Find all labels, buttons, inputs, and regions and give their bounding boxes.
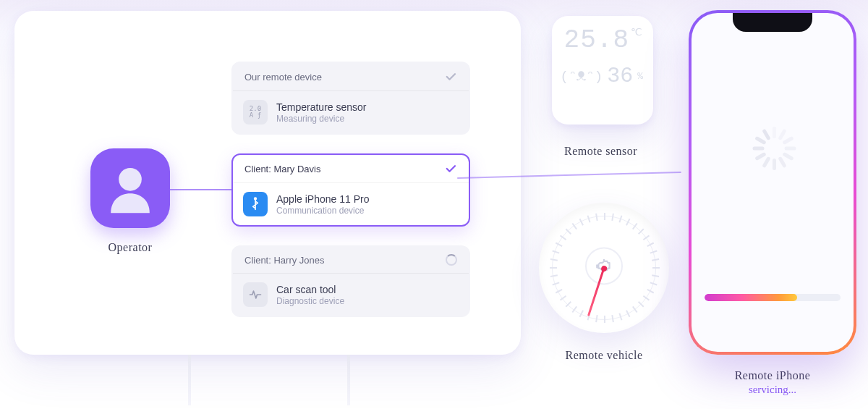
check-icon: [444, 162, 457, 175]
connector-operator-to-card: [170, 189, 231, 190]
card-header-text: Client: Mary Davis: [244, 164, 320, 174]
device-text: Temperature sensor Measuring device: [276, 101, 367, 124]
face-icon: (ᵔᴥᵔ): [560, 67, 603, 85]
humidity-unit: %: [637, 71, 643, 82]
thermometer-icon: 2.0A ƒ: [243, 100, 268, 125]
device-text: Apple iPhone 11 Pro Communication device: [276, 193, 369, 216]
svg-point-0: [119, 168, 142, 191]
device-text: Car scan tool Diagnostic device: [276, 284, 344, 306]
progress-fill: [705, 294, 797, 301]
ecg-icon: [243, 282, 268, 307]
device-title: Apple iPhone 11 Pro: [276, 193, 369, 205]
card-body: Car scan tool Diagnostic device: [233, 274, 469, 316]
remote-iphone-block: Remote iPhone servicing...: [689, 10, 856, 396]
device-card-iphone[interactable]: Client: Mary Davis Apple iPhone 11 Pro C…: [231, 153, 470, 227]
vehicle-gauge: [539, 203, 669, 333]
card-body: 2.0A ƒ Temperature sensor Measuring devi…: [233, 91, 469, 133]
svg-point-1: [255, 198, 257, 200]
device-subtitle: Measuring device: [276, 114, 367, 124]
operator-label: Operator: [109, 241, 153, 254]
device-subtitle: Communication device: [276, 206, 369, 216]
iphone-frame: [689, 10, 856, 355]
iphone-screen: [692, 13, 854, 352]
panel-stand-leg: [188, 355, 191, 405]
device-title: Car scan tool: [276, 284, 344, 295]
device-subtitle: Diagnostic device: [276, 296, 344, 306]
operator-panel: Operator Our remote device 2.0A ƒ Temper…: [14, 11, 521, 355]
remote-vehicle-block: Remote vehicle: [539, 203, 669, 362]
device-title: Temperature sensor: [276, 101, 367, 113]
card-header: Client: Mary Davis: [233, 155, 469, 183]
device-card-list: Our remote device 2.0A ƒ Temperature sen…: [231, 62, 470, 336]
temperature-value: 25.8: [564, 25, 629, 55]
loading-spinner-icon: [446, 254, 457, 266]
card-header: Client: Harry Jones: [233, 247, 469, 274]
card-header-text: Our remote device: [244, 72, 322, 83]
device-card-remote-sensor[interactable]: Our remote device 2.0A ƒ Temperature sen…: [231, 62, 470, 135]
progress-bar: [705, 294, 841, 301]
usb-icon: [243, 192, 268, 216]
remote-vehicle-label: Remote vehicle: [539, 349, 669, 362]
operator-avatar: [90, 148, 170, 228]
operator-block: Operator: [90, 148, 170, 254]
iphone-status-text: servicing...: [689, 384, 856, 396]
iphone-notch: [733, 13, 812, 32]
humidity-value: 36: [607, 64, 633, 88]
remote-sensor-device: 25.8℃ (ᵔᴥᵔ) 36%: [552, 16, 653, 125]
card-header: Our remote device: [233, 63, 469, 91]
person-icon: [102, 160, 158, 216]
temperature-readout: 25.8℃: [562, 28, 643, 54]
remote-sensor-label: Remote sensor: [564, 145, 637, 158]
panel-stand-leg: [347, 355, 350, 405]
temperature-unit: ℃: [631, 27, 643, 38]
device-card-car-scan[interactable]: Client: Harry Jones Car scan tool Diagno…: [231, 245, 470, 317]
remote-iphone-label: Remote iPhone: [689, 369, 856, 382]
card-header-text: Client: Harry Jones: [244, 255, 325, 266]
card-body: Apple iPhone 11 Pro Communication device: [233, 183, 469, 225]
humidity-readout: (ᵔᴥᵔ) 36%: [562, 64, 643, 88]
check-icon: [444, 70, 457, 83]
loading-spinner-icon: [751, 127, 794, 170]
sensor-lcd: 25.8℃ (ᵔᴥᵔ) 36%: [562, 28, 643, 88]
